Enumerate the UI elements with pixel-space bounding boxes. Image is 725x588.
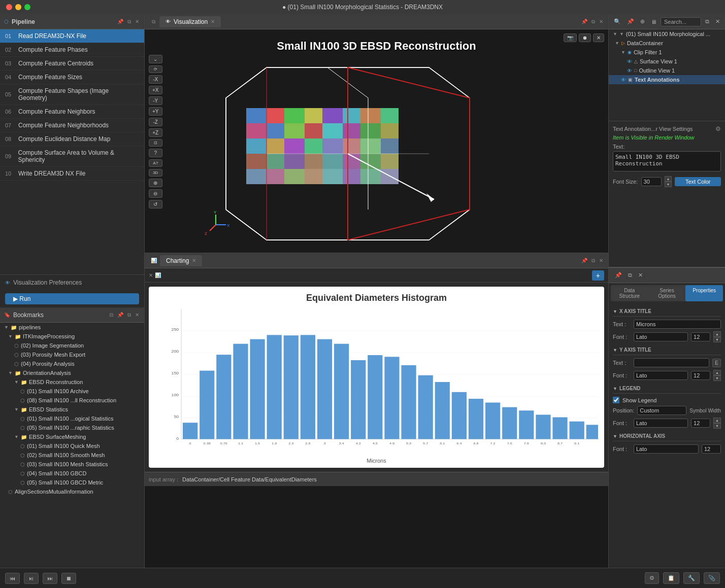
- bottom-btn-1[interactable]: ⏮: [5, 573, 20, 584]
- tree-ebsd-recon[interactable]: ▼ 📁 EBSD Reconstruction: [0, 377, 144, 387]
- bottom-btn-7[interactable]: 🔧: [683, 572, 700, 584]
- bottom-btn-8[interactable]: 📎: [704, 572, 720, 584]
- bottom-btn-2[interactable]: ⏯: [24, 573, 39, 584]
- rc-icon-3[interactable]: ✕: [636, 271, 645, 280]
- nav-neg-x-btn[interactable]: -X: [149, 75, 162, 84]
- pipeline-item-04[interactable]: 04 Compute Feature Sizes: [0, 71, 144, 84]
- chart-window-icon[interactable]: ⧉: [590, 257, 596, 265]
- pipeline-item-01[interactable]: 01 Read DREAM3D-NX File: [0, 29, 144, 43]
- vis-prefs[interactable]: 👁 Visualization Preferences: [0, 274, 144, 290]
- nav-zoom-out-btn[interactable]: ⊖: [149, 189, 162, 198]
- tree-align[interactable]: ⬡ AlignSectionsMutualInformation: [0, 487, 144, 496]
- legend-font-up[interactable]: ▲: [713, 418, 721, 423]
- rt-outlineview[interactable]: 👁 □ Outline View 1: [609, 66, 725, 75]
- search-input[interactable]: Search...: [661, 17, 701, 26]
- r-icon-5[interactable]: ⧉: [703, 17, 711, 26]
- nav-pos-y-btn[interactable]: +Y: [149, 107, 162, 116]
- bookmarks-tab-label[interactable]: Bookmarks: [13, 312, 44, 319]
- tree-ebsd-stats[interactable]: ▼ 📁 EBSD Statistics: [0, 405, 144, 414]
- rt-root[interactable]: ▼ ▼ (01) Small IN100 Morphological ...: [609, 29, 725, 39]
- chart-pin-icon[interactable]: 📌: [580, 257, 588, 265]
- vis-close-icon[interactable]: ✕: [598, 18, 604, 26]
- rt-surfaceview[interactable]: 👁 △ Surface View 1: [609, 57, 725, 66]
- text-color-button[interactable]: Text Color: [675, 177, 721, 186]
- pipeline-item-09[interactable]: 09 Compute Surface Area to Volume & Sphe…: [0, 146, 144, 167]
- h-font-size-input[interactable]: [702, 444, 721, 454]
- tree-in100-archive[interactable]: ⬡ (01) Small IN100 Archive: [0, 387, 144, 396]
- x-font-up[interactable]: ▲: [713, 331, 721, 337]
- rc-icon-2[interactable]: ⧉: [626, 271, 634, 280]
- y-font-down[interactable]: ▼: [713, 375, 721, 381]
- y-text-input[interactable]: [634, 358, 709, 367]
- minimize-btn[interactable]: [15, 4, 21, 10]
- pin-icon[interactable]: 📌: [116, 18, 124, 26]
- pipeline-item-02[interactable]: 02 Compute Feature Phases: [0, 43, 144, 57]
- bookmark-pin-icon[interactable]: 📌: [116, 311, 124, 319]
- add-chart-btn[interactable]: +: [592, 270, 604, 281]
- rt-datacontainer[interactable]: ▼ ▷ DataContainer: [609, 39, 725, 48]
- run-button[interactable]: ▶ Run: [5, 293, 139, 304]
- nav-reset-btn[interactable]: ↺: [149, 200, 162, 209]
- legend-font-down[interactable]: ▼: [713, 423, 721, 429]
- rt-textannotations[interactable]: 👁 ▣ Text Annotations: [609, 75, 725, 84]
- font-size-input[interactable]: [641, 177, 662, 186]
- bottom-btn-6[interactable]: 📋: [663, 572, 679, 584]
- annotation-settings-icon[interactable]: ⚙: [715, 125, 721, 132]
- tree-surface-05[interactable]: ⬡ (05) Small IN100 GBCD Metric: [0, 478, 144, 487]
- y-extra-btn[interactable]: E: [712, 359, 721, 367]
- chart-tool-1[interactable]: ✕: [149, 272, 153, 278]
- nav-neg-z-btn[interactable]: -Z: [149, 118, 162, 126]
- pipeline-item-05[interactable]: 05 Compute Feature Shapes (Image Geometr…: [0, 84, 144, 105]
- tree-in100-recon[interactable]: ⬡ (08) Small IN100 ...ll Reconstruction: [0, 396, 144, 405]
- nav-pos-z-btn[interactable]: +Z: [149, 128, 162, 137]
- window-controls[interactable]: [6, 4, 30, 10]
- co-tab-properties[interactable]: Properties: [685, 285, 723, 301]
- record-icon[interactable]: ⏺: [579, 33, 591, 42]
- visualization-tab[interactable]: 👁 Visualization ✕: [159, 16, 221, 27]
- tree-surface-03[interactable]: ⬡ (03) Small IN100 Mesh Statistics: [0, 460, 144, 469]
- y-font-size-input[interactable]: [691, 371, 710, 380]
- pipeline-item-08[interactable]: 08 Compute Euclidean Distance Map: [0, 132, 144, 146]
- x-text-input[interactable]: [634, 320, 721, 329]
- chart-tab-close[interactable]: ✕: [192, 258, 196, 263]
- tree-surface-04[interactable]: ⬡ (04) Small IN100 GBCD: [0, 469, 144, 478]
- rt-clipfilter[interactable]: ▼ ◉ Clip Filter 1: [609, 48, 725, 57]
- position-select[interactable]: Custom: [637, 406, 686, 415]
- y-font-up[interactable]: ▲: [713, 370, 721, 375]
- r-icon-2[interactable]: 📌: [625, 17, 636, 26]
- tree-itk[interactable]: ▼ 📁 ITKImageProcessing: [0, 332, 144, 341]
- nav-3d-btn[interactable]: 3D: [149, 169, 162, 177]
- bottom-btn-3[interactable]: ⏭: [43, 573, 57, 584]
- co-tab-data-structure[interactable]: Data Structure: [611, 285, 648, 301]
- pipeline-item-06[interactable]: 06 Compute Feature Neighbors: [0, 105, 144, 119]
- screenshot-icon[interactable]: 📷: [564, 33, 577, 42]
- font-size-down[interactable]: ▼: [665, 182, 672, 187]
- tree-item-mesh-export[interactable]: ⬡ (03) Porosity Mesh Export: [0, 350, 144, 359]
- nav-pos-x-btn[interactable]: +X: [149, 86, 162, 94]
- show-legend-checkbox[interactable]: [613, 397, 619, 403]
- close-vis-icon[interactable]: ✕: [593, 33, 604, 42]
- bottom-btn-5[interactable]: ⚙: [645, 572, 659, 584]
- bookmark-window-icon[interactable]: ⧉: [126, 311, 132, 319]
- tree-ebsd-surface[interactable]: ▼ 📁 EBSD SurfaceMeshing: [0, 432, 144, 441]
- bookmark-close-icon[interactable]: ✕: [134, 311, 140, 319]
- window-icon[interactable]: ⧉: [126, 18, 132, 26]
- h-font-select[interactable]: Lato: [634, 444, 699, 454]
- r-icon-6[interactable]: ✕: [713, 17, 722, 26]
- x-font-size-input[interactable]: [691, 332, 710, 341]
- nav-rotate-btn[interactable]: ⟳: [149, 65, 162, 73]
- tree-item-img-seg[interactable]: ⬡ (02) Image Segmentation: [0, 341, 144, 350]
- pipeline-item-03[interactable]: 03 Compute Feature Centroids: [0, 57, 144, 71]
- pipeline-item-07[interactable]: 07 Compute Feature Neighborhoods: [0, 119, 144, 132]
- tree-stats-05[interactable]: ⬡ (05) Small IN100 ...raphic Statistics: [0, 423, 144, 432]
- r-icon-1[interactable]: 🔍: [612, 17, 623, 26]
- r-icon-4[interactable]: 🖥: [649, 18, 658, 26]
- close-panel-icon[interactable]: ✕: [134, 18, 140, 26]
- legend-font-select[interactable]: Lato: [634, 419, 688, 428]
- nav-annotation-btn[interactable]: A?: [149, 159, 162, 167]
- rc-icon-1[interactable]: 📌: [613, 271, 624, 280]
- tree-surface-01[interactable]: ⬡ (01) Small IN100 Quick Mesh: [0, 441, 144, 451]
- annotation-text[interactable]: Small IN100 3D EBSD Reconstruction: [613, 151, 721, 171]
- font-size-up[interactable]: ▲: [665, 176, 672, 182]
- tree-pipelines[interactable]: ▼ 📁 pipelines: [0, 323, 144, 332]
